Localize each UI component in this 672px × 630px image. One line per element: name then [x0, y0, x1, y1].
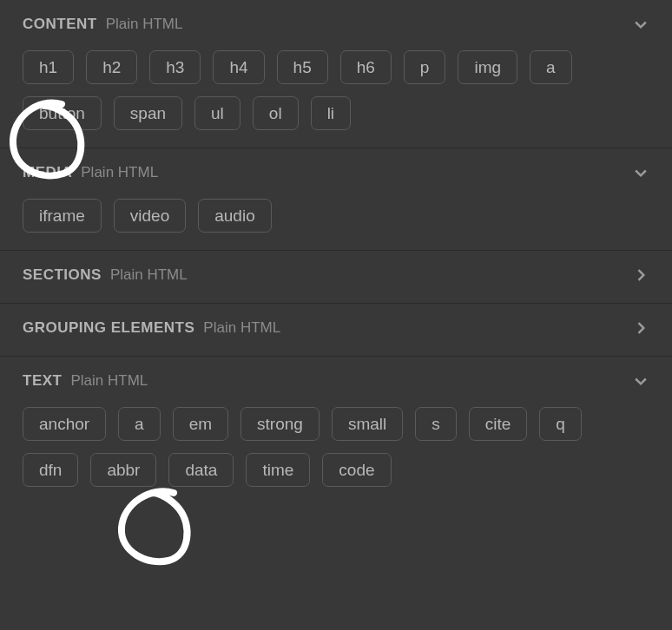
tag-code[interactable]: code [322, 453, 391, 487]
tag-a[interactable]: a [118, 407, 161, 441]
section-title: SECTIONS [23, 266, 102, 284]
section-media: MEDIA Plain HTML iframe video audio [0, 148, 672, 251]
tag-small[interactable]: small [332, 407, 403, 441]
tag-data[interactable]: data [168, 453, 234, 487]
tag-ol[interactable]: ol [253, 96, 299, 130]
chevron-right-icon [632, 319, 649, 337]
tag-a[interactable]: a [530, 50, 572, 84]
chevron-down-icon [632, 164, 649, 181]
tag-cite[interactable]: cite [469, 407, 528, 441]
section-text: TEXT Plain HTML anchor a em strong small… [0, 357, 672, 504]
tag-h3[interactable]: h3 [149, 50, 201, 84]
tag-video[interactable]: video [114, 199, 186, 233]
tag-h5[interactable]: h5 [277, 50, 328, 84]
tag-em[interactable]: em [173, 407, 228, 441]
chevron-down-icon [632, 16, 649, 33]
tag-h1[interactable]: h1 [23, 50, 74, 84]
section-subtitle: Plain HTML [203, 319, 280, 337]
section-header-content[interactable]: CONTENT Plain HTML [23, 16, 649, 33]
section-header-text[interactable]: TEXT Plain HTML [23, 372, 649, 390]
tag-button[interactable]: button [23, 96, 102, 130]
tag-h6[interactable]: h6 [340, 50, 392, 84]
section-subtitle: Plain HTML [81, 164, 158, 181]
section-subtitle: Plain HTML [110, 266, 188, 284]
section-content: CONTENT Plain HTML h1 h2 h3 h4 h5 h6 p i… [0, 0, 672, 148]
section-header-grouping[interactable]: GROUPING ELEMENTS Plain HTML [23, 319, 649, 337]
tag-audio[interactable]: audio [198, 199, 272, 233]
tag-list-text: anchor a em strong small s cite q dfn ab… [23, 407, 649, 487]
tag-iframe[interactable]: iframe [23, 199, 102, 233]
tag-dfn[interactable]: dfn [23, 453, 78, 487]
section-subtitle: Plain HTML [106, 16, 183, 33]
tag-p[interactable]: p [404, 50, 446, 84]
section-header-sections[interactable]: SECTIONS Plain HTML [23, 266, 649, 284]
tag-anchor[interactable]: anchor [23, 407, 106, 441]
chevron-right-icon [632, 266, 649, 284]
section-title: GROUPING ELEMENTS [23, 319, 194, 337]
tag-q[interactable]: q [539, 407, 582, 441]
tag-h4[interactable]: h4 [213, 50, 264, 84]
tag-list-content: h1 h2 h3 h4 h5 h6 p img a button span ul… [23, 50, 649, 130]
section-title: MEDIA [23, 164, 72, 181]
section-grouping: GROUPING ELEMENTS Plain HTML [0, 304, 672, 357]
tag-img[interactable]: img [458, 50, 517, 84]
tag-s[interactable]: s [415, 407, 457, 441]
tag-abbr[interactable]: abbr [90, 453, 156, 487]
section-title: TEXT [23, 372, 62, 390]
chevron-down-icon [632, 372, 649, 390]
section-header-media[interactable]: MEDIA Plain HTML [23, 164, 649, 181]
tag-span[interactable]: span [114, 96, 182, 130]
tag-time[interactable]: time [246, 453, 310, 487]
tag-list-media: iframe video audio [23, 199, 649, 233]
section-subtitle: Plain HTML [70, 372, 148, 390]
tag-h2[interactable]: h2 [86, 50, 137, 84]
tag-ul[interactable]: ul [194, 96, 240, 130]
section-sections: SECTIONS Plain HTML [0, 251, 672, 304]
section-title: CONTENT [23, 16, 97, 33]
tag-li[interactable]: li [311, 96, 351, 130]
tag-strong[interactable]: strong [240, 407, 320, 441]
